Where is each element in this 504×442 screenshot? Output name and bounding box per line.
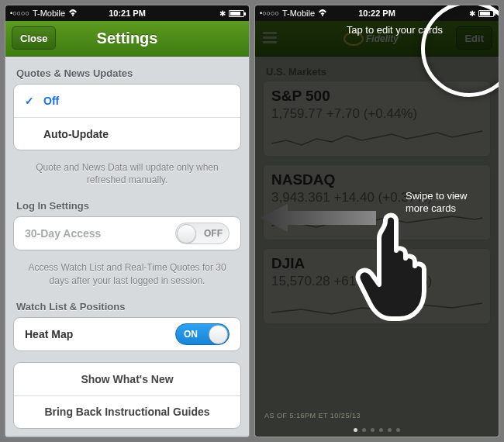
group-actions: Show What's New Bring Back Instructional… xyxy=(13,362,241,429)
status-bar: •○○○○ T-Mobile 10:21 PM ✱ xyxy=(5,5,249,21)
bluetooth-icon: ✱ xyxy=(219,9,226,18)
section-watchlist-header: Watch List & Positions xyxy=(5,295,249,317)
row-heatmap-label: Heat Map xyxy=(25,328,73,340)
edit-button[interactable]: Edit xyxy=(456,26,492,50)
battery-icon xyxy=(229,10,244,17)
row-heatmap[interactable]: Heat Map ON xyxy=(14,318,240,350)
row-30day-label: 30-Day Access xyxy=(25,227,101,240)
sparkline-icon xyxy=(271,294,482,320)
sparkline-icon xyxy=(271,210,482,237)
signal-icon: •○○○○ xyxy=(10,9,29,17)
switch-30day[interactable]: OFF xyxy=(175,223,230,244)
group-quotes-updates: ✓ Off ✓ Auto-Update xyxy=(13,84,241,150)
status-bar: •○○○○ T-Mobile 10:22 PM ✱ xyxy=(255,5,499,21)
switch-knob xyxy=(177,224,196,243)
card-nasdaq[interactable]: NASDAQ 3,943.361 +14.40 (+0.37%) xyxy=(263,164,491,240)
page-title: Settings xyxy=(97,29,158,47)
option-auto-label: Auto-Update xyxy=(43,128,109,140)
cards-scroll[interactable]: U.S. Markets S&P 500 1,759.77 +7.70 (+0.… xyxy=(255,57,499,437)
markets-header: U.S. Markets xyxy=(263,61,491,81)
switch-30day-text: OFF xyxy=(204,228,223,239)
switch-heatmap-text: ON xyxy=(184,329,198,340)
check-icon: ✓ xyxy=(25,95,39,107)
switch-knob xyxy=(209,325,228,344)
menu-icon[interactable] xyxy=(263,32,277,43)
bluetooth-icon: ✱ xyxy=(469,9,475,18)
svg-text:Fidelity: Fidelity xyxy=(366,33,399,44)
row-30day-access[interactable]: 30-Day Access OFF xyxy=(14,217,240,250)
battery-icon xyxy=(478,10,494,17)
close-button[interactable]: Close xyxy=(12,26,56,50)
card-sp500[interactable]: S&P 500 1,759.77 +7.70 (+0.44%) xyxy=(263,81,491,157)
switch-heatmap[interactable]: ON xyxy=(175,323,230,345)
option-auto-update[interactable]: ✓ Auto-Update xyxy=(14,117,240,150)
carrier-label: T-Mobile xyxy=(282,9,315,18)
option-off-label: Off xyxy=(43,95,59,107)
section-quotes-header: Quotes & News Updates xyxy=(5,61,249,84)
brand-logo: Fidelity xyxy=(343,31,411,47)
sparkline-icon xyxy=(271,126,482,153)
signal-icon: •○○○○ xyxy=(260,9,279,17)
quotes-footer-text: Quote and News Data will update only whe… xyxy=(5,157,249,194)
card-quote: 15,570.28 +61.07 (+0.39%) xyxy=(271,274,482,289)
card-name: NASDAQ xyxy=(271,171,482,188)
wifi-icon xyxy=(68,9,78,18)
group-watchlist: Heat Map ON xyxy=(13,317,241,351)
settings-scroll[interactable]: Quotes & News Updates ✓ Off ✓ Auto-Updat… xyxy=(5,57,249,437)
row-show-whats-new[interactable]: Show What's New xyxy=(14,363,240,395)
carrier-label: T-Mobile xyxy=(33,9,65,18)
card-djia[interactable]: DJIA 15,570.28 +61.07 (+0.39%) xyxy=(263,248,491,324)
cards-navbar: Fidelity Edit xyxy=(255,21,499,57)
card-name: S&P 500 xyxy=(271,88,482,105)
wifi-icon xyxy=(318,9,327,18)
card-name: DJIA xyxy=(271,255,482,272)
section-login-header: Log In Settings xyxy=(5,194,249,216)
row-bring-back-guides[interactable]: Bring Back Instructional Guides xyxy=(14,395,240,428)
card-quote: 1,759.77 +7.70 (+0.44%) xyxy=(271,106,482,122)
card-quote: 3,943.361 +14.40 (+0.37%) xyxy=(271,190,482,205)
login-footer-text: Access Watch List and Real-Time Quotes f… xyxy=(5,257,249,294)
svg-point-0 xyxy=(344,33,363,45)
asof-label: AS OF 5:16PM ET 10/25/13 xyxy=(264,412,361,420)
group-login: 30-Day Access OFF xyxy=(13,216,241,250)
settings-navbar: Close Settings xyxy=(5,21,249,57)
option-off[interactable]: ✓ Off xyxy=(14,85,240,117)
phone-cards: •○○○○ T-Mobile 10:22 PM ✱ Fidelity xyxy=(254,5,499,437)
phone-settings: •○○○○ T-Mobile 10:21 PM ✱ Close Settings… xyxy=(5,5,250,437)
